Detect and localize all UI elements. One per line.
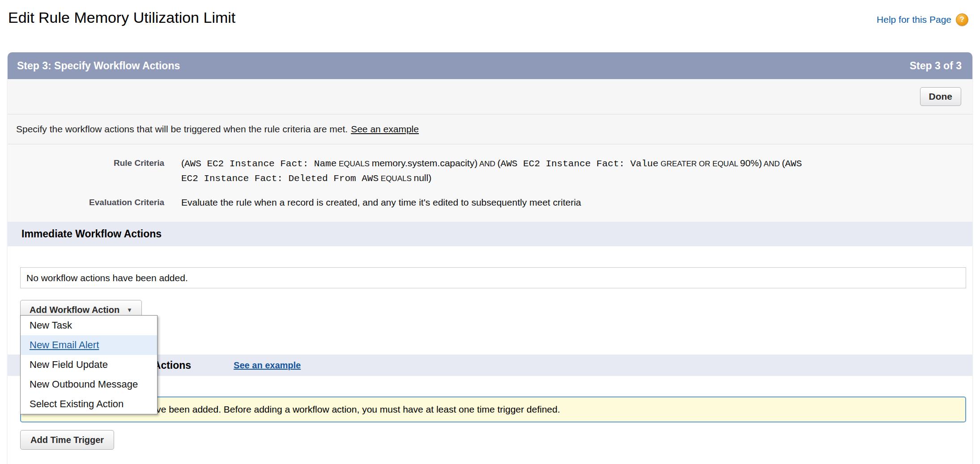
no-actions-message-box: No workflow actions have been added. — [20, 267, 966, 288]
see-an-example-link[interactable]: See an example — [351, 124, 419, 135]
add-workflow-action-menu: New Task New Email Alert New Field Updat… — [20, 315, 158, 414]
time-trigger-warning-box: No time-dependent actions have been adde… — [20, 397, 966, 422]
wizard-step-indicator: Step 3 of 3 — [910, 60, 962, 72]
immediate-actions-title: Immediate Workflow Actions — [21, 228, 162, 240]
rule-criteria-segment: memory.system.capacity) — [372, 158, 478, 168]
menu-item-new-outbound-message[interactable]: New Outbound Message — [21, 375, 157, 394]
evaluation-criteria-value: Evaluate the rule when a record is creat… — [181, 195, 581, 209]
menu-item-new-task[interactable]: New Task — [21, 316, 157, 335]
instructions-row: Specify the workflow actions that will b… — [8, 114, 972, 144]
time-dependent-see-example-link[interactable]: See an example — [234, 360, 301, 371]
add-time-trigger-button[interactable]: Add Time Trigger — [20, 430, 114, 450]
rule-criteria-segment: AWS EC2 Instance Fact: Name — [184, 159, 337, 169]
rule-criteria-segment: AND — [762, 160, 782, 168]
menu-item-select-existing-action[interactable]: Select Existing Action — [21, 394, 157, 414]
rule-criteria-value: (AWS EC2 Instance Fact: Name EQUALS memo… — [181, 156, 808, 186]
rule-criteria-segment: ( — [181, 158, 184, 168]
rule-criteria-row: Rule Criteria (AWS EC2 Instance Fact: Na… — [8, 156, 972, 186]
help-for-this-page-link[interactable]: Help for this Page — [877, 14, 951, 25]
rule-criteria-segment: null) — [414, 173, 432, 183]
rule-criteria-segment: AND — [477, 160, 497, 168]
menu-item-new-field-update[interactable]: New Field Update — [21, 355, 157, 375]
no-actions-message: No workflow actions have been added. — [26, 273, 188, 283]
immediate-actions-header: Immediate Workflow Actions — [8, 222, 972, 246]
help-question-icon[interactable]: ? — [956, 13, 968, 26]
rule-criteria-segment: GREATER OR EQUAL — [658, 160, 740, 168]
rule-criteria-segment: 90%) — [740, 158, 762, 168]
done-button[interactable]: Done — [920, 87, 962, 106]
evaluation-criteria-row: Evaluation Criteria Evaluate the rule wh… — [8, 195, 972, 209]
done-button-row: Done — [8, 79, 972, 114]
chevron-down-icon: ▼ — [127, 307, 132, 313]
menu-item-new-email-alert[interactable]: New Email Alert — [21, 335, 157, 355]
rule-criteria-segment: EQUALS — [337, 160, 371, 168]
help-area: Help for this Page ? — [877, 13, 968, 26]
rule-criteria-segment: EQUALS — [379, 174, 413, 183]
add-workflow-action-label: Add Workflow Action — [30, 305, 119, 315]
wizard-step-title: Step 3: Specify Workflow Actions — [17, 60, 180, 72]
wizard-step-header: Step 3: Specify Workflow Actions Step 3 … — [8, 52, 972, 79]
rule-criteria-segment: ( — [498, 158, 501, 168]
rule-criteria-segment: AWS EC2 Instance Fact: Value — [501, 159, 659, 169]
rule-criteria-label: Rule Criteria — [8, 156, 181, 186]
instructions-text: Specify the workflow actions that will b… — [16, 124, 348, 135]
criteria-summary-section: Rule Criteria (AWS EC2 Instance Fact: Na… — [8, 144, 972, 222]
evaluation-criteria-label: Evaluation Criteria — [8, 195, 181, 209]
page-title: Edit Rule Memory Utilization Limit — [8, 9, 235, 26]
